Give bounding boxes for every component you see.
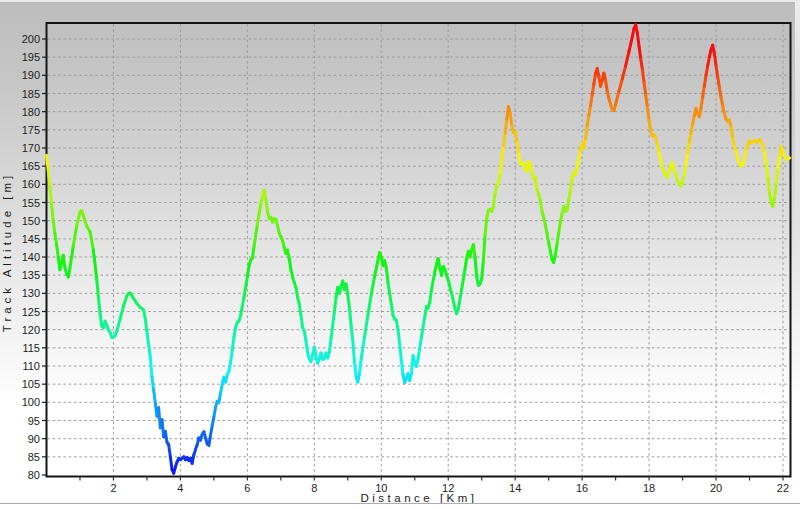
y-tick-label: 125 <box>22 306 40 318</box>
track-segment <box>475 257 477 277</box>
track-segment <box>515 131 517 142</box>
track-segment <box>585 126 587 138</box>
track-segment <box>360 359 362 374</box>
plot-area: 8085909510010511011512012513013514014515… <box>0 0 800 509</box>
track-segment <box>254 224 257 246</box>
track-segment <box>647 108 649 120</box>
track-segment <box>241 297 244 315</box>
x-tick-label: 22 <box>777 482 789 494</box>
y-tick-label: 110 <box>22 360 40 372</box>
track-segment <box>555 244 557 255</box>
y-tick-label: 120 <box>22 324 40 336</box>
track-segment <box>642 70 644 83</box>
track-segment <box>765 153 767 164</box>
track-segment <box>591 95 593 106</box>
track-segment <box>500 159 502 174</box>
track-segment <box>231 350 233 363</box>
track-segment <box>90 232 93 250</box>
y-tick-label: 200 <box>22 33 40 45</box>
x-tick-label: 4 <box>177 482 183 494</box>
track-segment <box>622 66 625 79</box>
track-segment <box>452 293 455 308</box>
track-segment <box>53 221 55 234</box>
y-tick-label: 160 <box>22 178 40 190</box>
y-tick-label: 175 <box>22 124 40 136</box>
track-segment <box>646 95 648 108</box>
track-segment <box>289 258 291 269</box>
track-segment <box>503 133 505 145</box>
track-segment <box>98 297 100 313</box>
y-tick-label: 85 <box>28 451 40 463</box>
track-segment <box>641 59 643 70</box>
track-segment <box>252 246 254 258</box>
y-tick-label: 140 <box>22 251 40 263</box>
track-segment <box>152 377 154 390</box>
track-segment <box>557 233 559 244</box>
y-tick-label: 115 <box>22 342 40 354</box>
track-segment <box>154 390 156 403</box>
track-segment <box>400 344 402 360</box>
track-segment <box>368 295 371 315</box>
track-segment <box>388 282 391 304</box>
track-segment <box>147 331 149 344</box>
track-segment <box>770 193 772 204</box>
track-segment <box>55 233 57 244</box>
track-segment <box>247 266 249 277</box>
y-axis-title: Track Altitude [m] <box>1 7 17 497</box>
track-segment <box>83 215 86 226</box>
x-tick-label: 2 <box>110 482 116 494</box>
track-segment <box>776 168 778 183</box>
track-segment <box>778 155 780 167</box>
track-segment <box>97 279 99 297</box>
track-segment <box>165 431 167 442</box>
track-segment <box>375 261 378 277</box>
track-segment <box>365 315 368 337</box>
track-segment <box>391 304 393 315</box>
track-segment <box>644 83 646 95</box>
elevation-profile-chart: 8085909510010511011512012513013514014515… <box>0 0 800 509</box>
track-segment <box>371 277 374 295</box>
track-segment <box>77 212 80 226</box>
track-segment <box>768 179 770 194</box>
track-segment <box>649 120 651 131</box>
track-segment <box>306 341 308 353</box>
track-segment <box>48 170 50 186</box>
y-tick-label: 190 <box>22 69 40 81</box>
track-segment <box>775 182 777 197</box>
track-segment <box>70 246 73 268</box>
track-segment <box>50 186 52 204</box>
track-segment <box>716 66 718 77</box>
track-segment <box>232 337 234 350</box>
y-tick-label: 90 <box>28 433 40 445</box>
track-altitude-line <box>47 25 790 473</box>
track-segment <box>493 193 495 206</box>
track-segment <box>431 272 434 290</box>
y-tick-label: 165 <box>22 160 40 172</box>
track-segment <box>170 457 172 470</box>
track-segment <box>448 280 451 293</box>
track-segment <box>386 268 388 283</box>
track-segment <box>483 235 485 260</box>
y-tick-label: 185 <box>22 88 40 100</box>
x-tick-label: 6 <box>244 482 250 494</box>
track-segment <box>686 153 688 164</box>
track-segment <box>149 344 151 357</box>
track-segment <box>510 113 512 126</box>
track-segment <box>592 84 594 95</box>
track-segment <box>398 330 400 345</box>
track-segment <box>766 164 768 179</box>
track-segment <box>731 128 733 139</box>
track-segment <box>485 218 487 235</box>
track-segment <box>594 74 596 84</box>
track-segment <box>93 250 96 279</box>
track-segment <box>150 357 152 377</box>
track-segment <box>569 189 571 200</box>
track-segment <box>354 362 356 377</box>
track-segment <box>244 277 247 297</box>
track-segment <box>465 258 467 269</box>
track-segment <box>430 290 432 302</box>
y-tick-label: 145 <box>22 233 40 245</box>
y-tick-label: 95 <box>28 415 40 427</box>
track-segment <box>688 142 690 153</box>
track-segment <box>502 146 504 159</box>
